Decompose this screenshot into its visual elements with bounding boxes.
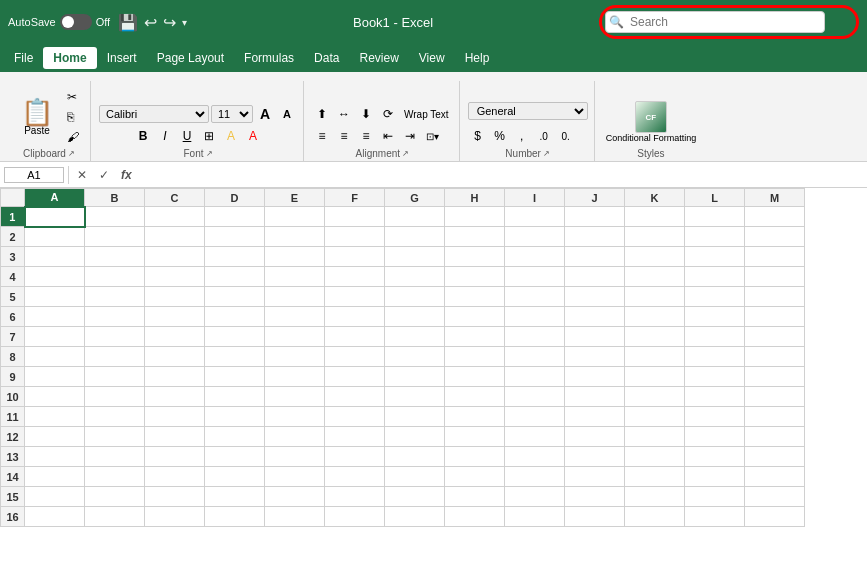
cell-J1[interactable]: [565, 207, 625, 227]
cell-D15[interactable]: [205, 487, 265, 507]
border-button[interactable]: ⊞: [199, 126, 219, 146]
cut-button[interactable]: ✂: [62, 88, 84, 106]
cell-F11[interactable]: [325, 407, 385, 427]
cell-D14[interactable]: [205, 467, 265, 487]
col-header-L[interactable]: L: [685, 189, 745, 207]
menu-file[interactable]: File: [4, 47, 43, 69]
cell-E4[interactable]: [265, 267, 325, 287]
cell-A5[interactable]: [25, 287, 85, 307]
cell-E6[interactable]: [265, 307, 325, 327]
cell-K15[interactable]: [625, 487, 685, 507]
font-expand-icon[interactable]: ↗: [206, 149, 213, 158]
cell-B9[interactable]: [85, 367, 145, 387]
cell-K14[interactable]: [625, 467, 685, 487]
cell-E5[interactable]: [265, 287, 325, 307]
cell-E1[interactable]: [265, 207, 325, 227]
increase-decimal-button[interactable]: .0: [534, 126, 554, 146]
cell-A9[interactable]: [25, 367, 85, 387]
cell-J15[interactable]: [565, 487, 625, 507]
col-header-K[interactable]: K: [625, 189, 685, 207]
spreadsheet[interactable]: A B C D E F G H I J K L M 12345678910111…: [0, 188, 867, 570]
row-header-16[interactable]: 16: [1, 507, 25, 527]
col-header-I[interactable]: I: [505, 189, 565, 207]
cell-B5[interactable]: [85, 287, 145, 307]
col-header-A[interactable]: A: [25, 189, 85, 207]
redo-icon[interactable]: ↪: [163, 13, 176, 32]
cell-B12[interactable]: [85, 427, 145, 447]
cell-M6[interactable]: [745, 307, 805, 327]
cell-F16[interactable]: [325, 507, 385, 527]
cell-I7[interactable]: [505, 327, 565, 347]
wrap-text-button[interactable]: Wrap Text: [400, 104, 453, 124]
cell-B14[interactable]: [85, 467, 145, 487]
align-top-button[interactable]: ⬆: [312, 104, 332, 124]
decrease-indent-button[interactable]: ⇤: [378, 126, 398, 146]
cell-C1[interactable]: [145, 207, 205, 227]
cell-F9[interactable]: [325, 367, 385, 387]
menu-home[interactable]: Home: [43, 47, 96, 69]
cell-D3[interactable]: [205, 247, 265, 267]
cell-K6[interactable]: [625, 307, 685, 327]
col-header-C[interactable]: C: [145, 189, 205, 207]
cell-C12[interactable]: [145, 427, 205, 447]
menu-formulas[interactable]: Formulas: [234, 47, 304, 69]
cell-L7[interactable]: [685, 327, 745, 347]
decrease-decimal-button[interactable]: 0.: [556, 126, 576, 146]
align-right-button[interactable]: ≡: [356, 126, 376, 146]
cell-M11[interactable]: [745, 407, 805, 427]
cell-G12[interactable]: [385, 427, 445, 447]
increase-font-size-button[interactable]: A: [255, 104, 275, 124]
row-header-8[interactable]: 8: [1, 347, 25, 367]
font-family-select[interactable]: Calibri: [99, 105, 209, 123]
row-header-10[interactable]: 10: [1, 387, 25, 407]
cell-A12[interactable]: [25, 427, 85, 447]
font-color-button[interactable]: A: [243, 126, 263, 146]
cell-K4[interactable]: [625, 267, 685, 287]
cell-K1[interactable]: [625, 207, 685, 227]
row-header-12[interactable]: 12: [1, 427, 25, 447]
cell-M9[interactable]: [745, 367, 805, 387]
align-bottom-button[interactable]: ⬇: [356, 104, 376, 124]
row-header-3[interactable]: 3: [1, 247, 25, 267]
cell-H13[interactable]: [445, 447, 505, 467]
cell-E10[interactable]: [265, 387, 325, 407]
cell-J13[interactable]: [565, 447, 625, 467]
cell-D1[interactable]: [205, 207, 265, 227]
cell-K8[interactable]: [625, 347, 685, 367]
cell-A14[interactable]: [25, 467, 85, 487]
cell-I11[interactable]: [505, 407, 565, 427]
cell-D11[interactable]: [205, 407, 265, 427]
cell-M3[interactable]: [745, 247, 805, 267]
merge-center-button[interactable]: ⊡▾: [422, 126, 443, 146]
cell-F12[interactable]: [325, 427, 385, 447]
cell-B1[interactable]: [85, 207, 145, 227]
cell-C16[interactable]: [145, 507, 205, 527]
cell-C14[interactable]: [145, 467, 205, 487]
col-header-E[interactable]: E: [265, 189, 325, 207]
cell-F3[interactable]: [325, 247, 385, 267]
underline-button[interactable]: U: [177, 126, 197, 146]
cell-M1[interactable]: [745, 207, 805, 227]
cell-H5[interactable]: [445, 287, 505, 307]
cell-D5[interactable]: [205, 287, 265, 307]
menu-view[interactable]: View: [409, 47, 455, 69]
row-header-7[interactable]: 7: [1, 327, 25, 347]
cell-M2[interactable]: [745, 227, 805, 247]
font-size-select[interactable]: 11: [211, 105, 253, 123]
cell-C10[interactable]: [145, 387, 205, 407]
cell-F5[interactable]: [325, 287, 385, 307]
clipboard-expand-icon[interactable]: ↗: [68, 149, 75, 158]
cell-M7[interactable]: [745, 327, 805, 347]
cell-H14[interactable]: [445, 467, 505, 487]
cell-A2[interactable]: [25, 227, 85, 247]
cell-F14[interactable]: [325, 467, 385, 487]
cell-F6[interactable]: [325, 307, 385, 327]
align-left-button[interactable]: ≡: [312, 126, 332, 146]
cell-C13[interactable]: [145, 447, 205, 467]
cell-F8[interactable]: [325, 347, 385, 367]
cell-L8[interactable]: [685, 347, 745, 367]
conditional-formatting-button[interactable]: CF Conditional Formatting: [603, 98, 700, 146]
col-header-M[interactable]: M: [745, 189, 805, 207]
cell-M12[interactable]: [745, 427, 805, 447]
cell-J3[interactable]: [565, 247, 625, 267]
